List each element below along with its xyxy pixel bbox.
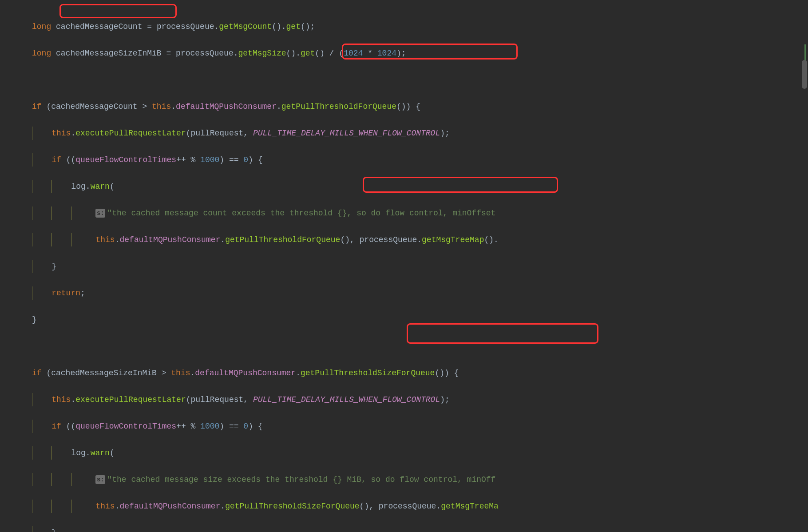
code-line: this.executePullRequestLater(pullRequest…	[32, 127, 808, 140]
code-line: if ((queueFlowControlTimes++ % 1000) == …	[32, 420, 808, 433]
code-line: }	[32, 526, 808, 532]
code-line	[32, 73, 808, 87]
code-line: this.defaultMQPushConsumer.getPullThresh…	[32, 233, 808, 246]
code-line: }	[32, 313, 808, 326]
code-line: log.warn(	[32, 180, 808, 193]
code-editor[interactable]: long cachedMessageCount = processQueue.g…	[0, 7, 808, 532]
scrollbar-thumb[interactable]	[802, 60, 807, 89]
code-line: this.executePullRequestLater(pullRequest…	[32, 393, 808, 406]
code-line: this.defaultMQPushConsumer.getPullThresh…	[32, 500, 808, 513]
code-line: long cachedMessageCount = processQueue.g…	[32, 20, 808, 33]
code-line: long cachedMessageSizeInMiB = processQue…	[32, 47, 808, 60]
code-line: log.warn(	[32, 446, 808, 460]
gutter-marker	[804, 44, 806, 61]
param-hint-badge: s:	[95, 209, 105, 218]
code-line: }	[32, 260, 808, 273]
code-line	[32, 340, 808, 353]
code-line: if (cachedMessageCount > this.defaultMQP…	[32, 100, 808, 113]
code-line: if (cachedMessageSizeInMiB > this.defaul…	[32, 366, 808, 380]
code-line: return;	[32, 286, 808, 300]
code-line: if ((queueFlowControlTimes++ % 1000) == …	[32, 153, 808, 167]
code-line: s:"the cached message size exceeds the t…	[32, 473, 808, 486]
param-hint-badge: s:	[95, 475, 105, 484]
code-line: s:"the cached message count exceeds the …	[32, 206, 808, 220]
